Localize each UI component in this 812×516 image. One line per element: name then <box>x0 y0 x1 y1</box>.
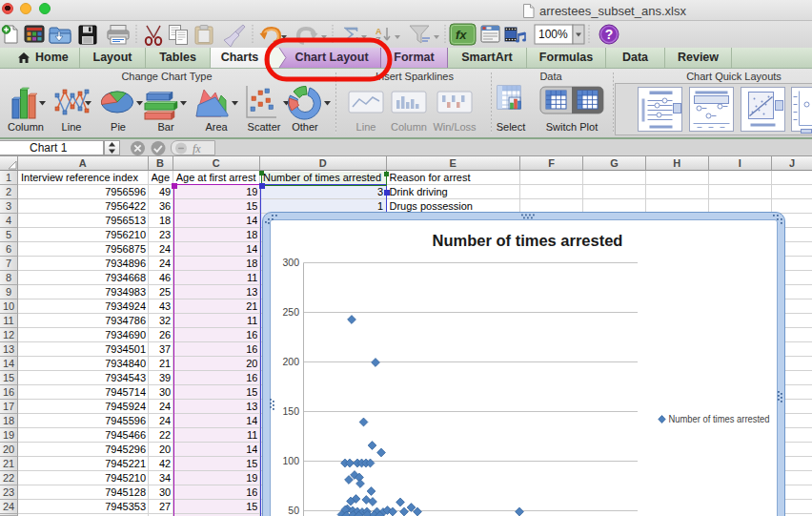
svg-text:200: 200 <box>282 356 299 367</box>
svg-text:300: 300 <box>282 257 299 268</box>
svg-text:Number of times arrested: Number of times arrested <box>432 231 622 248</box>
svg-text:250: 250 <box>282 306 299 318</box>
svg-text:Number of times arrested: Number of times arrested <box>668 414 769 424</box>
svg-text:fx: fx <box>456 28 467 42</box>
svg-text:fx: fx <box>193 142 201 155</box>
svg-text:100: 100 <box>282 455 299 466</box>
svg-text:100%: 100% <box>538 28 568 41</box>
svg-text:150: 150 <box>282 405 299 417</box>
svg-text:50: 50 <box>288 505 299 516</box>
svg-text:?: ? <box>605 27 614 42</box>
